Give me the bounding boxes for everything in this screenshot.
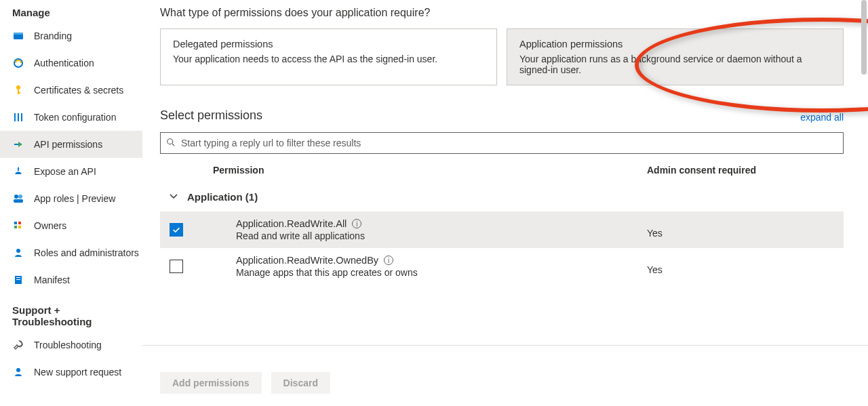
svg-point-22 (16, 368, 20, 372)
footer-action-bar: Add permissions Discard (142, 345, 868, 406)
svg-rect-8 (21, 113, 22, 121)
permission-table-header: Permission Admin consent required (160, 162, 844, 182)
permission-name: Application.ReadWrite.OwnedBy (236, 255, 378, 266)
svg-point-23 (167, 138, 173, 144)
svg-rect-21 (16, 279, 20, 280)
sidebar-item-owners[interactable]: Owners (0, 212, 142, 239)
sidebar-item-label: Expose an API (34, 166, 96, 177)
svg-rect-15 (18, 222, 21, 224)
sidebar-item-label: Manifest (34, 275, 70, 285)
sidebar-item-label: Owners (34, 220, 66, 231)
permission-group-application[interactable]: Application (1) (160, 182, 844, 211)
svg-rect-20 (16, 277, 20, 278)
svg-point-12 (18, 195, 22, 199)
svg-rect-1 (14, 33, 23, 35)
discard-button[interactable]: Discard (271, 372, 330, 394)
permission-search-input[interactable] (176, 138, 837, 148)
sidebar-item-api-permissions[interactable]: API permissions (0, 131, 142, 158)
card-desc: Your application needs to access the API… (173, 54, 484, 64)
sidebar-item-label: Branding (34, 31, 72, 41)
sidebar-item-authentication[interactable]: Authentication (0, 49, 142, 77)
card-application-permissions[interactable]: Application permissions Your application… (507, 28, 844, 85)
group-label: Application (1) (187, 191, 258, 203)
sidebar-item-label: API permissions (34, 139, 102, 150)
sidebar-item-app-roles[interactable]: App roles | Preview (0, 185, 142, 212)
admin-consent-value: Yes (647, 221, 844, 239)
permission-row[interactable]: Application.ReadWrite.All i Read and wri… (160, 211, 844, 248)
sidebar-item-label: New support request (34, 367, 121, 378)
sidebar-section-manage: Manage (0, 3, 142, 22)
sidebar-item-support-request[interactable]: New support request (0, 359, 142, 386)
troubleshooting-icon (12, 339, 24, 351)
sidebar-section-support: Support + Troubleshooting (0, 300, 142, 331)
sidebar-item-branding[interactable]: Branding (0, 22, 142, 49)
sidebar-item-label: Certificates & secrets (34, 85, 123, 96)
sidebar-item-label: Troubleshooting (34, 340, 102, 350)
permission-description: Manage apps that this app creates or own… (236, 267, 647, 278)
column-permission: Permission (187, 165, 647, 176)
permission-type-question: What type of permissions does your appli… (160, 7, 844, 19)
manifest-icon (12, 274, 24, 286)
permission-name: Application.ReadWrite.All (236, 218, 347, 229)
svg-rect-16 (14, 226, 17, 228)
authentication-icon (12, 57, 24, 69)
svg-rect-13 (14, 199, 23, 203)
info-icon[interactable]: i (384, 256, 393, 265)
column-admin-consent: Admin consent required (647, 165, 844, 176)
search-icon (166, 138, 176, 149)
svg-rect-14 (14, 222, 17, 224)
select-permissions-heading: Select permissions (160, 108, 262, 123)
permission-checkbox[interactable] (170, 260, 183, 273)
chevron-down-icon (168, 190, 179, 203)
svg-point-18 (16, 249, 20, 253)
permission-type-cards: Delegated permissions Your application n… (160, 28, 844, 85)
expose-api-icon (12, 165, 24, 178)
svg-rect-6 (14, 113, 16, 121)
branding-icon (12, 30, 24, 42)
permission-checkbox[interactable] (170, 223, 183, 237)
add-permissions-button[interactable]: Add permissions (160, 372, 262, 394)
admin-consent-value: Yes (647, 258, 844, 275)
app-roles-icon (12, 192, 24, 205)
sidebar-item-certificates[interactable]: Certificates & secrets (0, 77, 142, 104)
svg-point-11 (14, 195, 18, 199)
sidebar-item-label: Roles and administrators (34, 247, 139, 258)
expand-all-link[interactable]: expand all (800, 112, 844, 123)
info-icon[interactable]: i (352, 219, 361, 228)
sidebar-item-manifest[interactable]: Manifest (0, 266, 142, 293)
sidebar-item-label: Token configuration (34, 112, 116, 123)
sidebar-item-troubleshooting[interactable]: Troubleshooting (0, 331, 142, 359)
permission-description: Read and write all applications (236, 230, 647, 241)
svg-rect-5 (18, 92, 20, 94)
sidebar: Manage Branding Authentication Certifica… (0, 0, 142, 406)
owners-icon (12, 220, 24, 232)
permission-search-box[interactable] (160, 132, 844, 154)
sidebar-item-roles-admin[interactable]: Roles and administrators (0, 239, 142, 266)
sidebar-item-label: App roles | Preview (34, 193, 115, 204)
sidebar-item-expose-api[interactable]: Expose an API (0, 158, 142, 185)
token-config-icon (12, 111, 24, 123)
svg-rect-7 (18, 113, 19, 121)
card-title: Delegated permissions (173, 39, 484, 49)
support-request-icon (12, 366, 24, 378)
api-permissions-icon (12, 138, 24, 150)
card-desc: Your application runs as a background se… (519, 54, 831, 75)
certificates-icon (12, 84, 24, 96)
sidebar-item-token-config[interactable]: Token configuration (0, 104, 142, 131)
svg-rect-10 (18, 167, 19, 171)
svg-rect-17 (18, 226, 21, 228)
permission-row[interactable]: Application.ReadWrite.OwnedBy i Manage a… (160, 248, 844, 285)
card-title: Application permissions (519, 39, 831, 49)
svg-line-24 (172, 143, 175, 146)
card-delegated-permissions[interactable]: Delegated permissions Your application n… (160, 28, 497, 85)
scrollbar-thumb[interactable] (861, 0, 867, 75)
sidebar-item-label: Authentication (34, 58, 94, 68)
svg-rect-9 (14, 144, 19, 145)
roles-admin-icon (12, 247, 24, 259)
